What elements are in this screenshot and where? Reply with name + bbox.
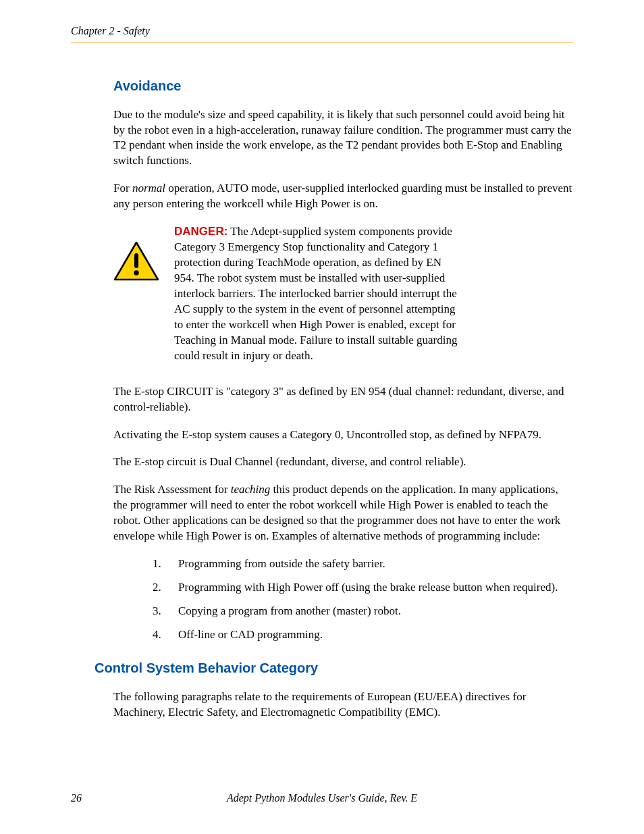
avoidance-para-4: Activating the E-stop system causes a Ca… [113,427,573,443]
list-item: Programming with High Power off (using t… [153,580,573,596]
avoidance-para-3: The E-stop CIRCUIT is "category 3" as de… [113,384,573,415]
programming-methods-list: Programming from outside the safety barr… [153,556,573,643]
heading-avoidance: Avoidance [113,77,573,95]
emphasis-normal: normal [132,182,165,194]
svg-point-2 [134,270,139,276]
svg-rect-1 [134,253,138,268]
danger-label: DANGER: [174,225,227,238]
control-para-1: The following paragraphs relate to the r… [113,689,573,721]
list-item: Programming from outside the safety barr… [153,556,573,572]
list-item: Off-line or CAD programming. [153,627,573,643]
danger-body: The Adept-supplied system components pro… [174,225,457,362]
avoidance-para-6: The Risk Assessment for teaching this pr… [113,482,573,544]
avoidance-para-1: Due to the module's size and speed capab… [113,107,573,170]
emphasis-teaching: teaching [231,483,271,496]
list-item: Copying a program from another (master) … [153,604,573,619]
avoidance-para-5: The E-stop circuit is Dual Channel (redu… [113,454,573,470]
avoidance-para-2: For normal operation, AUTO mode, user-su… [113,181,573,212]
page-content: Avoidance Due to the module's size and s… [71,43,573,721]
danger-callout: DANGER: The Adept-supplied system compon… [113,224,573,363]
danger-text: DANGER: The Adept-supplied system compon… [174,224,458,363]
running-header: Chapter 2 - Safety [71,24,573,43]
warning-triangle-icon [113,241,159,286]
heading-control-system: Control System Behavior Category [95,659,573,677]
page-number: 26 [71,791,82,806]
text: For [113,182,132,194]
footer-title: Adept Python Modules User's Guide, Rev. … [227,792,417,804]
text: The Risk Assessment for [113,483,231,496]
text: operation, AUTO mode, user-supplied inte… [113,182,572,210]
page-footer: 26 Adept Python Modules User's Guide, Re… [71,791,573,806]
